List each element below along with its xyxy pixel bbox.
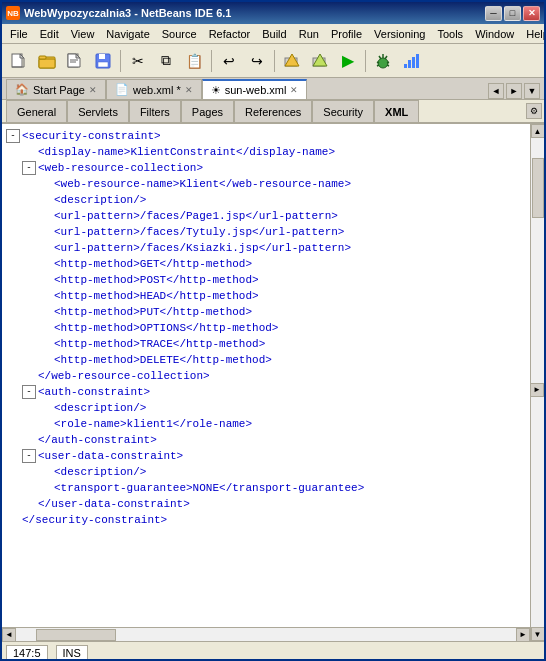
start-page-label: Start Page <box>33 84 85 96</box>
menu-versioning[interactable]: Versioning <box>368 26 431 42</box>
menu-file[interactable]: File <box>4 26 34 42</box>
expander-button[interactable]: - <box>22 161 36 175</box>
open-project-button[interactable] <box>34 48 60 74</box>
xml-text: </security-constraint> <box>22 512 167 528</box>
expander-button[interactable]: - <box>22 449 36 463</box>
tab-servlets[interactable]: Servlets <box>67 100 129 122</box>
xml-text: <description/> <box>54 400 146 416</box>
profile-button[interactable] <box>398 48 424 74</box>
menu-run[interactable]: Run <box>293 26 325 42</box>
open-file-button[interactable] <box>62 48 88 74</box>
xml-line: <transport-guarantee>NONE</transport-gua… <box>2 480 530 496</box>
menu-tools[interactable]: Tools <box>431 26 469 42</box>
menu-navigate[interactable]: Navigate <box>100 26 155 42</box>
new-button[interactable] <box>6 48 32 74</box>
h-scroll-left[interactable]: ◄ <box>2 628 16 642</box>
web-xml-close[interactable]: ✕ <box>185 85 193 95</box>
run-button[interactable]: ▶ <box>335 48 361 74</box>
redo-button[interactable]: ↪ <box>244 48 270 74</box>
xml-line: <display-name>KlientConstraint</display-… <box>2 144 530 160</box>
menu-window[interactable]: Window <box>469 26 520 42</box>
debug-button[interactable] <box>370 48 396 74</box>
xml-line: <http-method>HEAD</http-method> <box>2 288 530 304</box>
tab-dropdown[interactable]: ▼ <box>524 83 540 99</box>
xml-text: <http-method>PUT</http-method> <box>54 304 252 320</box>
h-scroll-right[interactable]: ► <box>516 628 530 642</box>
xml-text: <description/> <box>54 192 146 208</box>
menu-profile[interactable]: Profile <box>325 26 368 42</box>
xml-text: <role-name>klient1</role-name> <box>54 416 252 432</box>
v-scroll-down[interactable]: ▼ <box>531 627 545 641</box>
menu-bar: File Edit View Navigate Source Refactor … <box>2 24 544 44</box>
xml-text: </web-resource-collection> <box>38 368 210 384</box>
xml-line: <url-pattern>/faces/Tytuly.jsp</url-patt… <box>2 224 530 240</box>
menu-view[interactable]: View <box>65 26 101 42</box>
xml-line: <role-name>klient1</role-name> <box>2 416 530 432</box>
cut-button[interactable]: ✂ <box>125 48 151 74</box>
xml-text: <url-pattern>/faces/Tytuly.jsp</url-patt… <box>54 224 344 240</box>
sun-web-xml-close[interactable]: ✕ <box>290 85 298 95</box>
close-button[interactable]: ✕ <box>523 6 540 21</box>
maximize-button[interactable]: □ <box>504 6 521 21</box>
xml-text: <security-constraint> <box>22 128 161 144</box>
menu-help[interactable]: Help <box>520 26 546 42</box>
tab-general[interactable]: General <box>6 100 67 122</box>
minimize-button[interactable]: ─ <box>485 6 502 21</box>
h-scroll-thumb[interactable] <box>36 629 116 641</box>
v-scrollbar[interactable]: ▲ ► ▼ <box>530 124 544 641</box>
svg-rect-19 <box>416 54 419 68</box>
tab-web-xml[interactable]: 📄 web.xml * ✕ <box>106 79 202 99</box>
title-text: WebWypozyczalnia3 - NetBeans IDE 6.1 <box>24 7 231 19</box>
xml-line: -<auth-constraint> <box>2 384 530 400</box>
start-page-icon: 🏠 <box>15 83 29 96</box>
xml-text: <http-method>TRACE</http-method> <box>54 336 265 352</box>
toolbar-sep-4 <box>365 50 366 72</box>
menu-source[interactable]: Source <box>156 26 203 42</box>
sun-web-xml-icon: ☀ <box>211 84 221 97</box>
build-button-2[interactable] <box>307 48 333 74</box>
xml-line: <description/> <box>2 464 530 480</box>
xml-line: <http-method>TRACE</http-method> <box>2 336 530 352</box>
tab-xml[interactable]: XML <box>374 100 419 122</box>
menu-edit[interactable]: Edit <box>34 26 65 42</box>
h-scroll-track[interactable] <box>16 628 516 642</box>
v-scroll-thumb[interactable] <box>532 158 544 218</box>
editor-extra-btn[interactable]: ⚙ <box>526 103 542 119</box>
xml-content[interactable]: -<security-constraint><display-name>Klie… <box>2 124 530 627</box>
tab-security[interactable]: Security <box>312 100 374 122</box>
copy-button[interactable]: ⧉ <box>153 48 179 74</box>
tab-references[interactable]: References <box>234 100 312 122</box>
v-scroll-side-btn[interactable]: ► <box>530 383 544 397</box>
menu-build[interactable]: Build <box>256 26 292 42</box>
xml-line: <http-method>DELETE</http-method> <box>2 352 530 368</box>
web-xml-icon: 📄 <box>115 83 129 96</box>
tab-pages[interactable]: Pages <box>181 100 234 122</box>
save-button[interactable] <box>90 48 116 74</box>
h-scrollbar[interactable]: ◄ ► <box>2 627 530 641</box>
tab-scroll-right[interactable]: ► <box>506 83 522 99</box>
xml-line: <http-method>PUT</http-method> <box>2 304 530 320</box>
menu-refactor[interactable]: Refactor <box>203 26 257 42</box>
build-button-1[interactable] <box>279 48 305 74</box>
expander-button[interactable]: - <box>22 385 36 399</box>
toolbar: ✂ ⧉ 📋 ↩ ↪ ▶ <box>2 44 544 78</box>
tab-sun-web-xml[interactable]: ☀ sun-web.xml ✕ <box>202 79 308 99</box>
xml-line: </web-resource-collection> <box>2 368 530 384</box>
svg-rect-9 <box>99 54 105 59</box>
paste-button[interactable]: 📋 <box>181 48 207 74</box>
start-page-close[interactable]: ✕ <box>89 85 97 95</box>
xml-line: </auth-constraint> <box>2 432 530 448</box>
xml-text: <web-resource-name>Klient</web-resource-… <box>54 176 351 192</box>
expander-button[interactable]: - <box>6 129 20 143</box>
tab-start-page[interactable]: 🏠 Start Page ✕ <box>6 79 106 99</box>
cursor-position: 147:5 <box>6 645 48 661</box>
toolbar-sep-3 <box>274 50 275 72</box>
tab-filters[interactable]: Filters <box>129 100 181 122</box>
xml-text: <http-method>DELETE</http-method> <box>54 352 272 368</box>
undo-button[interactable]: ↩ <box>216 48 242 74</box>
xml-line: -<security-constraint> <box>2 128 530 144</box>
feature-tabs: General Servlets Filters Pages Reference… <box>2 100 544 124</box>
svg-rect-16 <box>404 64 407 68</box>
tab-scroll-left[interactable]: ◄ <box>488 83 504 99</box>
v-scroll-up[interactable]: ▲ <box>531 124 545 138</box>
